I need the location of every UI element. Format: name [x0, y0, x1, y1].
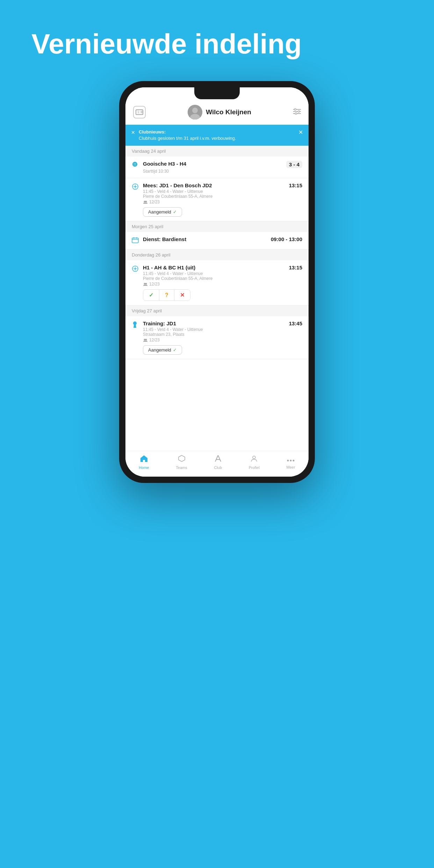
news-text: Clubnieuws: Clubhuis gesloten t/m 31 apr…: [139, 129, 236, 142]
nav-home[interactable]: Home: [139, 455, 149, 470]
svg-point-24: [145, 283, 147, 285]
nav-profile-label: Profiel: [249, 465, 260, 470]
section-header-today: Vandaag 24 april: [125, 146, 309, 157]
nav-teams[interactable]: Teams: [176, 455, 187, 470]
event-mees-players: 12/23: [143, 200, 302, 204]
news-content: ✕ Clubnieuws: Clubhuis gesloten t/m 31 a…: [131, 129, 236, 142]
svg-point-14: [145, 201, 147, 203]
match-icon-2: [132, 183, 139, 192]
phone-notch: [194, 87, 240, 99]
nav-club-label: Club: [214, 465, 222, 470]
svg-point-35: [287, 460, 289, 462]
event-mees-main: Mees: JD1 - Den Bosch JD2 13:15 11:45 - …: [143, 182, 302, 217]
training-icon: [132, 321, 139, 330]
rsvp-no-button[interactable]: ✕: [174, 290, 190, 301]
news-banner: ✕ Clubnieuws: Clubhuis gesloten t/m 31 a…: [125, 125, 309, 146]
svg-point-36: [290, 460, 292, 462]
match-icon-1: [132, 161, 139, 169]
section-header-thursday: Donderdag 26 april: [125, 249, 309, 260]
event-training-players: 12/23: [143, 338, 302, 342]
user-name: Wilco Kleijnen: [206, 108, 251, 116]
event-training-player-count: 12/23: [149, 338, 160, 342]
event-h1: H1 - AH & BC H1 (uit) 13:15 11:45 - Veld…: [125, 260, 309, 305]
svg-point-28: [145, 339, 147, 341]
news-message: Clubhuis gesloten t/m 31 april i.v.m. ve…: [139, 135, 236, 142]
event-h1-player-count: 12/23: [149, 282, 160, 287]
news-title: Clubnieuws:: [139, 129, 236, 135]
event-gooische-sub: Starttijd 10:30: [143, 169, 302, 174]
match-icon-3: [132, 265, 139, 274]
nav-more[interactable]: Meer: [287, 455, 295, 469]
event-mees-player-count: 12/23: [149, 200, 160, 204]
profile-icon: [250, 455, 258, 464]
rsvp-yes-button[interactable]: ✓: [143, 290, 159, 301]
event-h1-players: 12/23: [143, 282, 302, 287]
event-mees: Mees: JD1 - Den Bosch JD2 13:15 11:45 - …: [125, 178, 309, 221]
news-dismiss-left-icon: ✕: [131, 130, 135, 135]
header-user: Wilco Kleijnen: [188, 105, 251, 120]
nav-teams-label: Teams: [176, 465, 187, 470]
aangemeld-check-training: ✓: [173, 347, 177, 353]
nav-club[interactable]: Club: [214, 455, 222, 470]
aangemeld-button-training[interactable]: Aangemeld ✓: [143, 345, 182, 355]
aangemeld-label-training: Aangemeld: [148, 347, 171, 353]
event-bardienst-main: Dienst: Bardienst 09:00 - 13:00: [143, 236, 302, 242]
home-icon: [140, 455, 148, 464]
event-mees-time: 13:15: [289, 182, 302, 188]
svg-point-8: [295, 109, 296, 110]
aangemeld-label-mees: Aangemeld: [148, 209, 171, 215]
event-mees-title: Mees: JD1 - Den Bosch JD2: [143, 182, 286, 188]
aangemeld-button-mees[interactable]: Aangemeld ✓: [143, 207, 182, 217]
more-icon: [287, 455, 295, 464]
event-h1-main: H1 - AH & BC H1 (uit) 13:15 11:45 - Veld…: [143, 265, 302, 301]
event-h1-time: 13:15: [289, 265, 302, 270]
event-training-time: 13:45: [289, 320, 302, 326]
nav-home-label: Home: [139, 465, 149, 470]
event-h1-address: Pierre de Coubertinlaan 55-A, Almere: [143, 276, 302, 281]
rsvp-buttons-h1: ✓ ? ✕: [143, 289, 190, 301]
scoreboard-icon[interactable]: 1:0: [133, 106, 146, 118]
phone-shell: 1:0 Wilco Kleijnen: [119, 81, 315, 483]
nav-more-label: Meer: [287, 465, 295, 469]
event-gooische: Gooische H3 - H4 3 - 4 Starttijd 10:30: [125, 157, 309, 178]
svg-point-10: [295, 113, 297, 115]
event-training-main: Training: JD1 13:45 11:45 - Veld 4 - Wat…: [143, 320, 302, 355]
bottom-nav: Home Teams Club: [125, 451, 309, 477]
event-mees-sub: 11:45 - Veld 4 - Water - Uittenue: [143, 189, 302, 194]
events-list: Vandaag 24 april Gooische H3 - H4 3 - 4: [125, 146, 309, 451]
event-bardienst: Dienst: Bardienst 09:00 - 13:00: [125, 232, 309, 249]
duty-icon: [132, 237, 139, 245]
svg-line-32: [218, 455, 221, 462]
event-training-address: Straatnaam 23, Plaats: [143, 332, 302, 337]
svg-rect-17: [132, 238, 138, 243]
event-training: Training: JD1 13:45 11:45 - Veld 4 - Wat…: [125, 316, 309, 359]
event-mees-address: Pierre de Coubertinlaan 55-A, Almere: [143, 194, 302, 199]
event-training-sub: 11:45 - Veld 4 - Water - Uittenue: [143, 327, 302, 332]
bottom-spacer: [125, 359, 309, 370]
section-header-friday: Vrijdag 27 april: [125, 305, 309, 316]
svg-point-37: [293, 460, 295, 462]
nav-profile[interactable]: Profiel: [249, 455, 260, 470]
event-bardienst-title: Dienst: Bardienst: [143, 236, 268, 242]
settings-icon[interactable]: [293, 108, 301, 117]
event-bardienst-time: 09:00 - 13:00: [271, 236, 302, 242]
event-gooische-main: Gooische H3 - H4 3 - 4 Starttijd 10:30: [143, 161, 302, 174]
news-close-icon[interactable]: ✕: [298, 129, 303, 136]
page-title: Vernieuwde indeling: [0, 28, 302, 60]
svg-point-3: [192, 108, 198, 113]
rsvp-maybe-button[interactable]: ?: [159, 290, 174, 301]
event-gooische-title: Gooische H3 - H4: [143, 161, 286, 167]
svg-text:1:0: 1:0: [137, 111, 143, 114]
svg-point-34: [253, 456, 255, 459]
event-h1-sub: 11:45 - Veld 4 - Water - Uittenue: [143, 271, 302, 276]
phone-screen: 1:0 Wilco Kleijnen: [125, 87, 309, 477]
teams-icon: [178, 455, 186, 464]
section-header-tomorrow: Morgen 25 april: [125, 221, 309, 232]
svg-line-31: [215, 455, 218, 462]
event-training-title: Training: JD1: [143, 320, 286, 326]
aangemeld-check-mees: ✓: [173, 209, 177, 215]
club-icon: [215, 455, 222, 464]
avatar: [188, 105, 202, 120]
event-gooische-score: 3 - 4: [286, 161, 302, 168]
event-h1-title: H1 - AH & BC H1 (uit): [143, 265, 286, 270]
